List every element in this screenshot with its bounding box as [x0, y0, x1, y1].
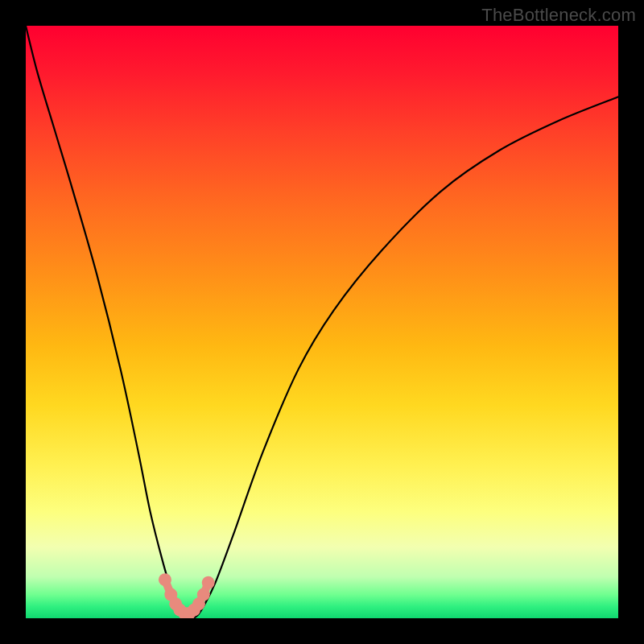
- svg-point-8: [197, 588, 210, 601]
- plot-area: [26, 26, 618, 618]
- svg-point-0: [159, 573, 171, 586]
- svg-point-9: [202, 576, 215, 589]
- dip-markers: [159, 573, 215, 618]
- watermark-text: TheBottleneck.com: [481, 5, 636, 26]
- chart-frame: TheBottleneck.com: [0, 0, 644, 644]
- bottleneck-curve: [26, 26, 618, 618]
- curve-layer: [26, 26, 618, 618]
